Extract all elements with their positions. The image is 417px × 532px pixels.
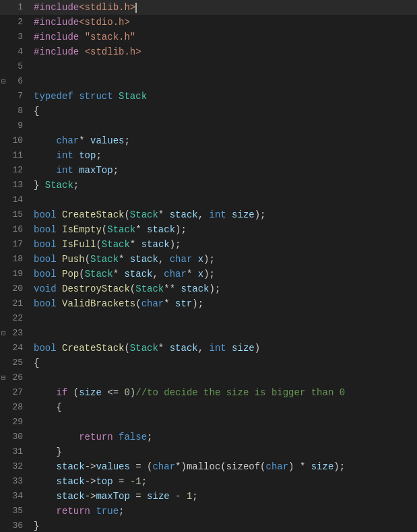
line-content-9 <box>27 119 417 133</box>
token-plain: ); <box>210 284 221 294</box>
line-28: 28 { <box>0 400 417 415</box>
token-plain <box>34 461 57 472</box>
token-plain: , <box>158 254 170 265</box>
line-9: 9 <box>0 119 417 133</box>
token-kw-void: void <box>34 284 62 294</box>
token-plain: { <box>34 402 62 413</box>
line-content-35: return true; <box>27 504 417 519</box>
token-plain <box>34 491 57 502</box>
token-kw-type: Stack <box>102 239 130 250</box>
line-content-11: int top; <box>27 148 417 163</box>
line-27: 27 if (size <= 0)//to decide the size is… <box>0 385 417 400</box>
line-content-4: #include <stdlib.h> <box>27 44 417 59</box>
token-kw-include: #include <box>34 2 79 13</box>
token-plain: * <box>119 254 130 265</box>
token-plain: ( <box>130 284 135 294</box>
token-kw-false: false <box>119 432 147 442</box>
line-18: 18bool Push(Stack* stack, char x); <box>0 252 417 267</box>
token-kw-typedef: typedef <box>34 91 79 102</box>
line-number-30: 30 <box>0 430 27 444</box>
token-kw-type: Stack <box>85 269 113 279</box>
token-plain: ); <box>192 298 203 309</box>
token-kw-type: Stack <box>107 224 135 235</box>
line-34: 34 stack->maxTop = size - 1; <box>0 489 417 504</box>
token-param-name: stack <box>181 284 209 294</box>
line-number-10: 10 <box>0 133 27 148</box>
token-member: values <box>90 135 124 146</box>
line-content-18: bool Push(Stack* stack, char x); <box>27 252 417 267</box>
token-plain: } <box>34 180 45 191</box>
token-plain: ); <box>175 224 187 235</box>
line-15: 15bool CreateStack(Stack* stack, int siz… <box>0 207 417 222</box>
token-plain: ( <box>124 209 129 220</box>
token-number: 0 <box>124 387 129 398</box>
line-content-3: #include "stack.h" <box>27 30 417 44</box>
fold-icon-26[interactable]: ⊟ <box>1 370 6 385</box>
token-param-name: str <box>175 298 192 309</box>
line-content-26 <box>27 370 417 385</box>
line-3: 3#include "stack.h" <box>0 30 417 44</box>
line-number-27: 27 <box>0 385 27 400</box>
line-31: 31 } <box>0 444 417 459</box>
line-number-12: 12 <box>0 163 27 178</box>
fold-icon-23[interactable]: ⊟ <box>1 326 6 341</box>
token-plain <box>192 254 197 265</box>
line-number-4: 4 <box>0 44 27 59</box>
line-content-25: { <box>27 356 417 370</box>
token-plain: ; <box>147 432 152 442</box>
line-4: 4#include <stdlib.h> <box>0 44 417 59</box>
token-plain: ); <box>203 254 215 265</box>
token-plain: = <box>113 476 130 487</box>
token-fn-name: DestroyStack <box>62 284 130 294</box>
token-param-name: size <box>232 209 255 220</box>
code-editor[interactable]: 1#include<stdlib.h>2#include<stdio.h>3#i… <box>0 0 417 532</box>
line-33: 33 stack->top = -1; <box>0 474 417 489</box>
line-content-14 <box>27 193 417 207</box>
line-number-25: 25 <box>0 356 27 370</box>
token-plain: *)malloc(sizeof( <box>175 461 265 472</box>
token-plain <box>34 150 57 161</box>
token-kw-return: return <box>57 506 96 517</box>
line-content-30: return false; <box>27 430 417 444</box>
line-content-23 <box>27 326 417 341</box>
line-content-21: bool ValidBrackets(char* str); <box>27 296 417 311</box>
line-content-1: #include<stdlib.h> <box>27 0 417 15</box>
fold-icon-6[interactable]: ⊟ <box>1 74 6 89</box>
line-number-24: 24 <box>0 341 27 356</box>
line-number-5: 5 <box>0 59 27 74</box>
token-fn-name: CreateStack <box>62 343 124 354</box>
token-member: top <box>79 150 96 161</box>
line-29: 29 <box>0 415 417 430</box>
line-25: 25{ <box>0 356 417 370</box>
line-26: ⊟26 <box>0 370 417 385</box>
token-kw-int: int <box>57 150 79 161</box>
token-kw-char: char <box>57 135 79 146</box>
line-6: ⊟6 <box>0 74 417 89</box>
token-plain: } <box>34 521 39 531</box>
token-param-name: x <box>198 269 203 279</box>
token-plain: ** <box>164 284 181 294</box>
token-kw-string: "stack.h" <box>85 32 136 42</box>
line-content-22 <box>27 311 417 326</box>
line-content-17: bool IsFull(Stack* stack); <box>27 237 417 252</box>
token-kw-bool: bool <box>34 224 62 235</box>
token-kw-int: int <box>57 165 79 176</box>
line-21: 21bool ValidBrackets(char* str); <box>0 296 417 311</box>
line-number-1: 1 <box>0 0 27 15</box>
token-plain: * <box>187 269 198 279</box>
token-kw-type: Stack <box>130 209 158 220</box>
token-plain: ); <box>170 239 181 250</box>
token-kw-include: #include <box>34 46 85 57</box>
line-1: 1#include<stdlib.h> <box>0 0 417 15</box>
token-plain: * <box>130 239 141 250</box>
token-plain: ); <box>255 209 266 220</box>
line-number-17: 17 <box>0 237 27 252</box>
line-content-24: bool CreateStack(Stack* stack, int size) <box>27 341 417 356</box>
line-content-7: typedef struct Stack <box>27 89 417 104</box>
line-number-34: 34 <box>0 489 27 504</box>
token-kw-bool: bool <box>34 298 62 309</box>
token-plain: ); <box>333 461 345 472</box>
token-plain: ; <box>73 180 79 191</box>
line-number-11: 11 <box>0 148 27 163</box>
token-kw-char: char <box>141 298 164 309</box>
